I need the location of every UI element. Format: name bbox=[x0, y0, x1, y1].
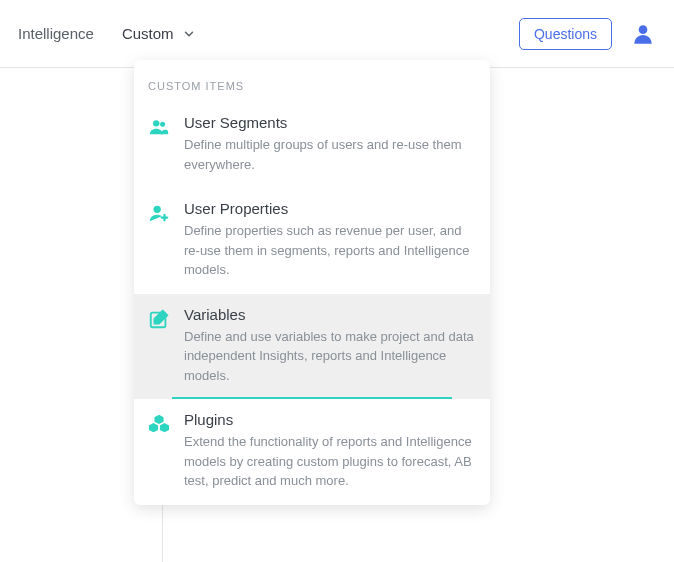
item-body: User Properties Define properties such a… bbox=[184, 200, 476, 280]
item-description: Define and use variables to make project… bbox=[184, 327, 476, 386]
questions-button[interactable]: Questions bbox=[519, 18, 612, 50]
nav-intelligence[interactable]: Intelligence bbox=[18, 25, 94, 42]
content-area: CUSTOM ITEMS User Segments Define multip… bbox=[0, 68, 674, 562]
svg-point-2 bbox=[160, 122, 165, 127]
svg-point-3 bbox=[154, 206, 161, 213]
item-title: User Properties bbox=[184, 200, 476, 217]
dropdown-item-user-segments[interactable]: User Segments Define multiple groups of … bbox=[134, 102, 490, 188]
custom-dropdown: CUSTOM ITEMS User Segments Define multip… bbox=[134, 60, 490, 505]
item-body: Plugins Extend the functionality of repo… bbox=[184, 411, 476, 491]
dropdown-item-user-properties[interactable]: User Properties Define properties such a… bbox=[134, 188, 490, 294]
dropdown-item-plugins[interactable]: Plugins Extend the functionality of repo… bbox=[134, 399, 490, 505]
user-avatar-icon[interactable] bbox=[630, 21, 656, 47]
nav-custom[interactable]: Custom bbox=[122, 25, 196, 42]
dropdown-item-variables[interactable]: Variables Define and use variables to ma… bbox=[134, 294, 490, 400]
nav-custom-label: Custom bbox=[122, 25, 174, 42]
item-description: Extend the functionality of reports and … bbox=[184, 432, 476, 491]
edit-square-icon bbox=[148, 308, 170, 330]
item-description: Define properties such as revenue per us… bbox=[184, 221, 476, 280]
chevron-down-icon bbox=[182, 27, 196, 41]
item-description: Define multiple groups of users and re-u… bbox=[184, 135, 476, 174]
item-body: Variables Define and use variables to ma… bbox=[184, 306, 476, 386]
user-plus-icon bbox=[148, 202, 170, 224]
svg-point-1 bbox=[153, 120, 159, 126]
item-title: Variables bbox=[184, 306, 476, 323]
item-body: User Segments Define multiple groups of … bbox=[184, 114, 476, 174]
cubes-icon bbox=[148, 413, 170, 435]
topbar-right: Questions bbox=[519, 18, 656, 50]
dropdown-header: CUSTOM ITEMS bbox=[134, 60, 490, 102]
users-icon bbox=[148, 116, 170, 138]
item-title: User Segments bbox=[184, 114, 476, 131]
svg-point-0 bbox=[639, 25, 648, 34]
item-title: Plugins bbox=[184, 411, 476, 428]
topbar: Intelligence Custom Questions bbox=[0, 0, 674, 68]
